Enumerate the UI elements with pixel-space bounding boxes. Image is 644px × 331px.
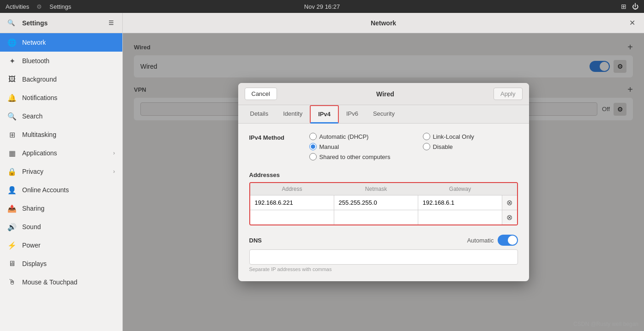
tab-ipv6[interactable]: IPv6 <box>339 105 366 124</box>
sidebar-label-online-accounts: Online Accounts <box>22 186 115 194</box>
notifications-icon: 🔔 <box>7 93 17 102</box>
close-button[interactable]: ✕ <box>626 17 638 30</box>
addr-cell-netmask-0 <box>334 195 418 210</box>
sidebar-item-bluetooth[interactable]: ✦ Bluetooth <box>0 52 122 70</box>
sidebar-item-sharing[interactable]: 📤 Sharing <box>0 199 122 218</box>
sidebar-label-background: Background <box>22 76 115 83</box>
addresses-table: Address Netmask Gateway <box>249 182 518 225</box>
content-area: Wired + Wired ⚙ VPN + Off ⚙ <box>123 33 644 331</box>
sidebar-item-network[interactable]: 🌐 Network <box>0 33 122 52</box>
tab-identity[interactable]: Identity <box>276 105 310 124</box>
multitasking-icon: ⊞ <box>7 130 17 139</box>
sidebar-label-network: Network <box>22 39 115 46</box>
sidebar-label-displays: Displays <box>22 260 115 267</box>
option-shared-label: Shared to other computers <box>319 154 391 160</box>
col-header-address: Address <box>250 185 334 193</box>
displays-icon: 🖥 <box>7 259 17 268</box>
topbar-power-icon[interactable]: ⏻ <box>632 3 638 10</box>
wired-dialog: Cancel Wired Apply Details Identity IPv4… <box>238 83 529 281</box>
titlebar-content: Network ✕ <box>123 19 644 27</box>
radio-link-local[interactable] <box>423 133 430 140</box>
method-label: IPv4 Method <box>249 133 300 141</box>
addr-input-gateway-0[interactable] <box>418 195 502 210</box>
option-shared[interactable]: Shared to other computers <box>309 153 518 160</box>
search-button[interactable]: 🔍 <box>4 16 18 30</box>
option-auto-dhcp-label: Automatic (DHCP) <box>319 133 369 140</box>
addresses-header: Address Netmask Gateway <box>250 183 517 195</box>
addr-remove-button-1[interactable]: ⊗ <box>506 213 512 222</box>
option-link-local-label: Link-Local Only <box>433 133 475 140</box>
addr-input-gateway-1[interactable] <box>418 210 502 225</box>
addr-input-address-0[interactable] <box>250 195 334 210</box>
addr-remove-button-0[interactable]: ⊗ <box>506 198 512 207</box>
addr-input-address-1[interactable] <box>250 210 334 225</box>
tab-details[interactable]: Details <box>243 105 276 124</box>
background-icon: 🖼 <box>7 75 17 84</box>
dns-auto-toggle[interactable] <box>498 235 518 246</box>
sidebar-item-applications[interactable]: ▦ Applications › <box>0 144 122 162</box>
app-window: 🔍 Settings ☰ Network ✕ 🌐 Network ✦ Bluet… <box>0 13 644 331</box>
activities-label[interactable]: Activities <box>6 3 29 10</box>
sidebar-label-sharing: Sharing <box>22 205 115 212</box>
dialog-tabs: Details Identity IPv4 IPv6 Security <box>238 105 529 124</box>
titlebar-sidebar: 🔍 Settings ☰ <box>0 13 123 33</box>
addr-cell-address-0 <box>250 195 334 210</box>
sidebar-item-sound[interactable]: 🔊 Sound <box>0 218 122 236</box>
topbar-grid-icon[interactable]: ⊞ <box>621 3 626 10</box>
method-section: IPv4 Method Automatic (DHCP) Link-Local … <box>249 133 518 160</box>
sidebar-label-search: Search <box>22 112 115 120</box>
sidebar-item-displays[interactable]: 🖥 Displays <box>0 254 122 273</box>
radio-manual[interactable] <box>309 143 317 150</box>
tab-security[interactable]: Security <box>366 105 402 124</box>
dns-input[interactable] <box>249 249 518 265</box>
settings-label[interactable]: Settings <box>49 3 71 10</box>
option-manual[interactable]: Manual <box>309 143 404 150</box>
addr-cell-gateway-1 <box>418 210 502 225</box>
dns-auto-group: Automatic <box>467 235 518 246</box>
sidebar: 🌐 Network ✦ Bluetooth 🖼 Background 🔔 Not… <box>0 33 123 331</box>
sidebar-item-notifications[interactable]: 🔔 Notifications <box>0 89 122 107</box>
search-icon: 🔍 <box>7 112 17 121</box>
sidebar-label-multitasking: Multitasking <box>22 131 115 138</box>
addr-cell-gateway-0 <box>418 195 502 210</box>
addresses-label: Addresses <box>249 171 518 178</box>
addr-input-netmask-0[interactable] <box>334 195 418 210</box>
hamburger-button[interactable]: ☰ <box>104 16 119 30</box>
sidebar-label-privacy: Privacy <box>22 168 108 175</box>
applications-icon: ▦ <box>7 148 17 158</box>
radio-shared[interactable] <box>309 153 317 160</box>
privacy-icon: 🔒 <box>7 167 17 176</box>
dns-header: DNS Automatic <box>249 235 518 246</box>
addr-input-netmask-1[interactable] <box>334 210 418 225</box>
addr-row-0: ⊗ <box>250 195 517 210</box>
main-layout: 🌐 Network ✦ Bluetooth 🖼 Background 🔔 Not… <box>0 33 644 331</box>
applications-chevron: › <box>113 150 115 156</box>
sidebar-item-search[interactable]: 🔍 Search <box>0 107 122 125</box>
option-link-local[interactable]: Link-Local Only <box>423 133 518 140</box>
option-auto-dhcp[interactable]: Automatic (DHCP) <box>309 133 404 140</box>
titlebar-settings-title: Settings <box>22 19 100 27</box>
sidebar-item-online-accounts[interactable]: 👤 Online Accounts <box>0 181 122 199</box>
dialog-cancel-button[interactable]: Cancel <box>245 88 277 100</box>
dns-label: DNS <box>249 237 262 244</box>
col-header-actions <box>502 185 517 193</box>
radio-auto-dhcp[interactable] <box>309 133 317 140</box>
dialog-titlebar: Cancel Wired Apply <box>238 83 529 105</box>
sidebar-label-mouse-touchpad: Mouse & Touchpad <box>22 278 115 286</box>
sound-icon: 🔊 <box>7 222 17 231</box>
tab-ipv4[interactable]: IPv4 <box>310 105 339 124</box>
addr-cell-remove-0: ⊗ <box>502 195 517 210</box>
sharing-icon: 📤 <box>7 204 17 213</box>
dns-hint: Separate IP addresses with commas <box>249 266 518 272</box>
sidebar-item-mouse-touchpad[interactable]: 🖱 Mouse & Touchpad <box>0 273 122 291</box>
radio-disable[interactable] <box>423 143 430 150</box>
sidebar-label-power: Power <box>22 242 115 249</box>
col-header-netmask: Netmask <box>334 185 418 193</box>
option-disable[interactable]: Disable <box>423 143 518 150</box>
dialog-apply-button[interactable]: Apply <box>494 88 523 100</box>
sidebar-item-multitasking[interactable]: ⊞ Multitasking <box>0 125 122 144</box>
dialog-content: IPv4 Method Automatic (DHCP) Link-Local … <box>238 124 529 281</box>
sidebar-item-background[interactable]: 🖼 Background <box>0 70 122 89</box>
sidebar-item-privacy[interactable]: 🔒 Privacy › <box>0 162 122 181</box>
sidebar-item-power[interactable]: ⚡ Power <box>0 236 122 254</box>
